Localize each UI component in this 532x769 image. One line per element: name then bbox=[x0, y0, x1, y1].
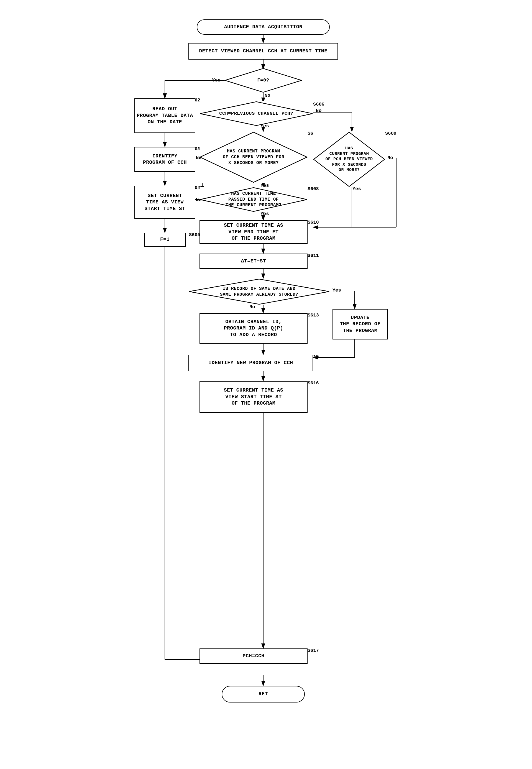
s610-process: SET CURRENT TIME AS VIEW END TIME ET OF … bbox=[199, 220, 308, 244]
ret-terminal: RET bbox=[222, 686, 305, 702]
s609-text: HASCURRENT PROGRAMOF PCH BEEN VIEWEDFOR … bbox=[324, 144, 374, 174]
s609-no: No bbox=[387, 155, 393, 160]
s615-text: IDENTIFY NEW PROGRAM OF CCH bbox=[208, 360, 293, 366]
s605-text: F=1 bbox=[160, 236, 170, 243]
s617-label: S617 bbox=[308, 648, 319, 653]
s608-decision: HAS CURRENT TIMEPASSED END TIME OFTHE CU… bbox=[199, 187, 308, 212]
s617-process: PCH=CCH bbox=[199, 648, 308, 664]
start-terminal: AUDIENCE DATA ACQUISITION bbox=[197, 19, 330, 35]
s608-text: HAS CURRENT TIMEPASSED END TIME OFTHE CU… bbox=[224, 190, 283, 210]
s600-text: DETECT VIEWED CHANNEL CCH AT CURRENT TIM… bbox=[199, 48, 327, 54]
s607-no: No bbox=[196, 155, 201, 160]
s611-text: ΔT=ET−ST bbox=[241, 258, 266, 264]
s611-process: ΔT=ET−ST bbox=[199, 254, 308, 269]
s606-decision: CCH=PREVIOUS CHANNEL PCH? bbox=[199, 101, 313, 126]
s610-text: SET CURRENT TIME AS VIEW END TIME ET OF … bbox=[224, 222, 283, 242]
s605-process: F=1 bbox=[144, 233, 186, 247]
s609-yes: Yes bbox=[352, 186, 361, 191]
s612-decision: IS RECORD OF SAME DATE ANDSAME PROGRAM A… bbox=[188, 279, 330, 305]
s606-no: No bbox=[316, 108, 321, 113]
s613-text: OBTAIN CHANNEL ID, PROGRAM ID AND Q(P) T… bbox=[224, 319, 283, 338]
s604-text: SET CURRENT TIME AS VIEW START TIME ST bbox=[145, 193, 185, 212]
s605-label: S605 bbox=[189, 232, 200, 237]
s601-text: F=0? bbox=[256, 76, 271, 85]
s601-yes: Yes bbox=[212, 78, 221, 83]
s609-decision: HASCURRENT PROGRAMOF PCH BEEN VIEWEDFOR … bbox=[313, 132, 385, 187]
s600-process: DETECT VIEWED CHANNEL CCH AT CURRENT TIM… bbox=[188, 43, 338, 60]
s606-label: S606 bbox=[313, 102, 324, 107]
s614-text: UPDATE THE RECORD OF THE PROGRAM bbox=[340, 315, 381, 334]
s612-no: No bbox=[249, 304, 255, 310]
s612-text: IS RECORD OF SAME DATE ANDSAME PROGRAM A… bbox=[219, 285, 300, 299]
s608-no: No bbox=[196, 197, 201, 203]
s603-process: IDENTIFY PROGRAM OF CCH bbox=[134, 147, 195, 172]
s616-text: SET CURRENT TIME AS VIEW START TIME ST O… bbox=[224, 387, 283, 407]
s615-process: IDENTIFY NEW PROGRAM OF CCH bbox=[188, 355, 313, 371]
s612-yes: Yes bbox=[333, 288, 341, 293]
s613-process: OBTAIN CHANNEL ID, PROGRAM ID AND Q(P) T… bbox=[199, 313, 308, 344]
s613-label: S613 bbox=[308, 313, 319, 318]
s607-text: HAS CURRENT PROGRAMOF CCH BEEN VIEWED FO… bbox=[221, 147, 286, 167]
s610-label: S610 bbox=[308, 220, 319, 225]
s607-decision: HAS CURRENT PROGRAMOF CCH BEEN VIEWED FO… bbox=[199, 132, 308, 183]
s611-label: S611 bbox=[308, 253, 319, 258]
s609-label: S609 bbox=[385, 131, 397, 136]
s616-process: SET CURRENT TIME AS VIEW START TIME ST O… bbox=[199, 381, 308, 413]
s616-label: S616 bbox=[308, 380, 319, 386]
s601-decision: F=0? bbox=[224, 68, 302, 93]
start-label: AUDIENCE DATA ACQUISITION bbox=[224, 24, 303, 30]
ret-label: RET bbox=[259, 691, 268, 697]
s602-process: READ OUT PROGRAM TABLE DATA ON THE DATE bbox=[134, 98, 195, 133]
s606-yes: Yes bbox=[260, 123, 269, 129]
s617-text: PCH=CCH bbox=[242, 653, 264, 659]
s614-process: UPDATE THE RECORD OF THE PROGRAM bbox=[333, 309, 388, 339]
s608-label: S608 bbox=[308, 186, 319, 191]
s608-yes: Yes bbox=[260, 211, 269, 216]
s601-no: No bbox=[265, 93, 270, 98]
s606-text: CCH=PREVIOUS CHANNEL PCH? bbox=[218, 109, 295, 118]
flowchart-container: AUDIENCE DATA ACQUISITION S600 DETECT VI… bbox=[114, 11, 418, 759]
s602-text: READ OUT PROGRAM TABLE DATA ON THE DATE bbox=[137, 106, 193, 125]
s604-process: SET CURRENT TIME AS VIEW START TIME ST bbox=[134, 186, 195, 219]
s603-text: IDENTIFY PROGRAM OF CCH bbox=[143, 153, 187, 166]
